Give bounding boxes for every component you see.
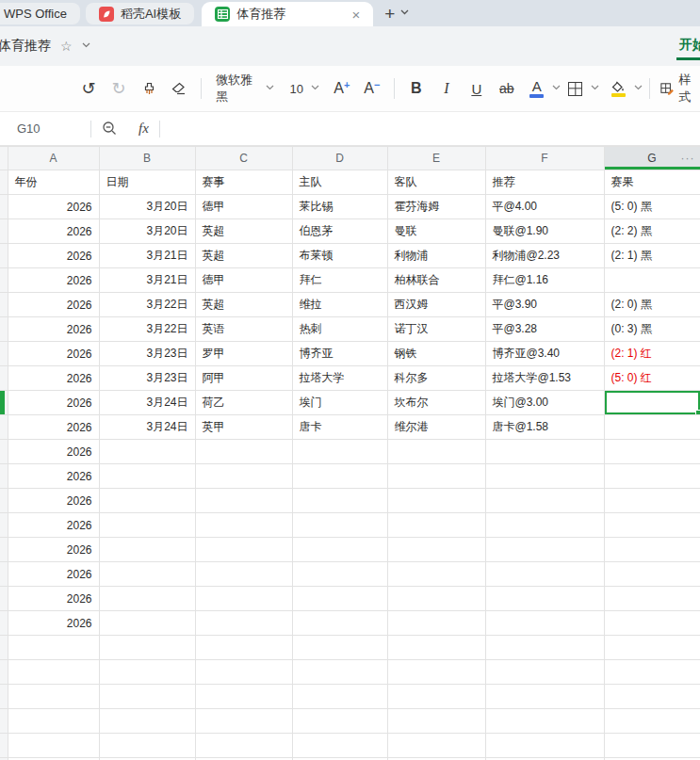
cell-C12[interactable] (195, 440, 292, 464)
row-header[interactable] (0, 611, 8, 636)
font-color-button[interactable]: A (525, 74, 549, 103)
row-header[interactable] (0, 636, 8, 660)
row-header[interactable] (0, 489, 8, 513)
font-family-select[interactable]: 微软雅黑 (210, 72, 281, 105)
cell-G11[interactable] (604, 415, 700, 440)
cell-C24[interactable] (195, 734, 292, 758)
cell-B20[interactable] (99, 636, 195, 660)
cell-D24[interactable] (292, 734, 387, 758)
cell-A24[interactable] (8, 734, 99, 758)
borders-button[interactable] (563, 74, 588, 103)
cell-E19[interactable] (387, 611, 485, 636)
cell-B15[interactable] (99, 513, 195, 538)
cell-D4[interactable]: 布莱顿 (292, 244, 387, 268)
cell-A10[interactable]: 2026 (8, 391, 99, 415)
cell-G1[interactable]: 赛果 (604, 170, 700, 195)
cell-B21[interactable] (99, 660, 195, 685)
row-header[interactable] (0, 464, 8, 489)
cell-G6[interactable]: (2: 0) 黑 (604, 293, 700, 317)
cell-B3[interactable]: 3月20日 (99, 219, 195, 244)
cell-B18[interactable] (99, 587, 195, 611)
cell-D18[interactable] (292, 587, 387, 611)
cell-D22[interactable] (292, 685, 387, 709)
tab-docer-templates[interactable]: 稻壳AI模板 (86, 3, 194, 24)
fill-color-chevron-icon[interactable] (634, 85, 643, 93)
cell-F1[interactable]: 推荐 (485, 170, 604, 195)
row-header[interactable] (0, 293, 8, 317)
zoom-search-icon[interactable] (102, 121, 118, 137)
borders-chevron-icon[interactable] (591, 85, 599, 93)
row-header[interactable] (0, 415, 8, 440)
cell-C10[interactable]: 荷乙 (195, 391, 292, 415)
cell-D20[interactable] (292, 636, 387, 660)
cell-E23[interactable] (387, 709, 485, 734)
cell-A15[interactable]: 2026 (8, 513, 99, 538)
cell-A3[interactable]: 2026 (8, 219, 99, 244)
cell-F6[interactable]: 平@3.90 (485, 293, 604, 317)
column-header-G[interactable]: G··· (604, 147, 700, 170)
cell-C18[interactable] (195, 587, 292, 611)
cell-G4[interactable]: (2: 1) 黑 (604, 244, 700, 268)
cell-A16[interactable]: 2026 (8, 538, 99, 562)
cell-F20[interactable] (485, 636, 604, 660)
cell-C8[interactable]: 罗甲 (195, 342, 292, 366)
cell-D2[interactable]: 莱比锡 (292, 195, 387, 219)
cell-A5[interactable]: 2026 (8, 268, 99, 293)
cell-C1[interactable]: 赛事 (195, 170, 292, 195)
row-header[interactable] (0, 219, 8, 244)
cell-E2[interactable]: 霍芬海姆 (387, 195, 485, 219)
cell-G22[interactable] (604, 685, 700, 709)
cell-F5[interactable]: 拜仁@1.16 (485, 268, 604, 293)
cell-B1[interactable]: 日期 (99, 170, 195, 195)
row-header[interactable] (0, 513, 8, 538)
font-size-select[interactable]: 10 (284, 82, 324, 96)
cell-G13[interactable] (604, 464, 700, 489)
cell-A2[interactable]: 2026 (8, 195, 99, 219)
cell-E13[interactable] (387, 464, 485, 489)
cell-G5[interactable] (604, 268, 700, 293)
cell-C17[interactable] (195, 562, 292, 587)
cell-B22[interactable] (99, 685, 195, 709)
cell-C6[interactable]: 英超 (195, 293, 292, 317)
more-columns-icon[interactable]: ··· (681, 152, 695, 165)
italic-button[interactable]: I (434, 74, 459, 103)
cell-A7[interactable]: 2026 (8, 317, 99, 342)
cell-E9[interactable]: 科尔多 (387, 366, 485, 391)
cell-C20[interactable] (195, 636, 292, 660)
cell-E4[interactable]: 利物浦 (387, 244, 485, 268)
cell-A18[interactable]: 2026 (8, 587, 99, 611)
cell-C19[interactable] (195, 611, 292, 636)
cell-E12[interactable] (387, 440, 485, 464)
row-header[interactable] (0, 244, 8, 268)
cell-D13[interactable] (292, 464, 387, 489)
cell-G14[interactable] (604, 489, 700, 513)
cell-A20[interactable] (8, 636, 99, 660)
cell-F8[interactable]: 博齐亚@3.40 (485, 342, 604, 366)
cell-F4[interactable]: 利物浦@2.23 (485, 244, 604, 268)
cell-F2[interactable]: 平@4.00 (485, 195, 604, 219)
cell-E18[interactable] (387, 587, 485, 611)
cell-B12[interactable] (99, 440, 195, 464)
cell-F3[interactable]: 曼联@1.90 (485, 219, 604, 244)
row-header[interactable] (0, 391, 8, 415)
cell-D19[interactable] (292, 611, 387, 636)
row-header[interactable] (0, 366, 8, 391)
favorite-star-icon[interactable]: ☆ (60, 39, 73, 54)
cell-D5[interactable]: 拜仁 (292, 268, 387, 293)
cell-A8[interactable]: 2026 (8, 342, 99, 366)
cell-D10[interactable]: 埃门 (292, 391, 387, 415)
cell-C11[interactable]: 英甲 (195, 415, 292, 440)
cell-C15[interactable] (195, 513, 292, 538)
cell-A11[interactable]: 2026 (8, 415, 99, 440)
cell-D6[interactable]: 维拉 (292, 293, 387, 317)
tab-list-chevron-icon[interactable] (400, 9, 409, 18)
cell-styles-button[interactable]: 样式 (660, 72, 700, 105)
cell-A1[interactable]: 年份 (8, 170, 99, 195)
cell-C4[interactable]: 英超 (195, 244, 292, 268)
cell-D1[interactable]: 主队 (292, 170, 387, 195)
cell-D23[interactable] (292, 709, 387, 734)
cell-A22[interactable] (8, 685, 99, 709)
cell-G9[interactable]: (5: 0) 红 (604, 366, 700, 391)
cell-D3[interactable]: 伯恩茅 (292, 219, 387, 244)
bold-button[interactable]: B (404, 74, 429, 103)
